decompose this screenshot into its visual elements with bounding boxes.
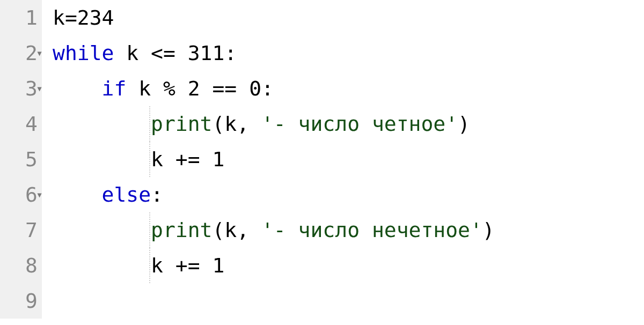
code-token: k bbox=[114, 41, 151, 65]
code-token: '- число нечетное' bbox=[261, 218, 482, 242]
indent-guide bbox=[149, 142, 150, 177]
code-token: <= bbox=[151, 41, 175, 65]
code-token: : bbox=[224, 41, 237, 65]
code-token: print bbox=[151, 112, 212, 136]
code-line[interactable]: 9 bbox=[0, 283, 644, 319]
code-line[interactable]: 2▾while k <= 311: bbox=[0, 35, 644, 71]
code-content[interactable]: while k <= 311: bbox=[42, 35, 644, 71]
code-content[interactable] bbox=[42, 283, 644, 319]
code-line[interactable]: 1k=234 bbox=[0, 0, 644, 35]
code-token: k bbox=[151, 254, 175, 277]
line-number: 7 bbox=[25, 212, 38, 248]
code-content[interactable]: else: bbox=[42, 177, 644, 212]
indentation bbox=[53, 77, 102, 100]
code-token bbox=[175, 77, 188, 100]
code-content[interactable]: k=234 bbox=[42, 0, 644, 35]
code-token: 1 bbox=[212, 254, 224, 277]
code-token bbox=[200, 77, 213, 100]
gutter[interactable]: 8 bbox=[0, 248, 42, 283]
code-token: k bbox=[53, 6, 65, 29]
code-token: == bbox=[212, 77, 237, 100]
code-token: += bbox=[175, 254, 200, 277]
code-token: , bbox=[237, 112, 249, 136]
code-line[interactable]: 8 k += 1 bbox=[0, 248, 644, 283]
code-token: k bbox=[151, 147, 175, 171]
code-token: 2 bbox=[188, 77, 200, 100]
code-token bbox=[175, 41, 188, 65]
code-token: % bbox=[163, 77, 175, 100]
line-number: 1 bbox=[25, 0, 38, 35]
code-token: 0 bbox=[249, 77, 261, 100]
code-token: 311 bbox=[188, 41, 225, 65]
code-token: if bbox=[102, 77, 127, 100]
gutter[interactable]: 7 bbox=[0, 212, 42, 248]
gutter[interactable]: 1 bbox=[0, 0, 42, 35]
code-line[interactable]: 6▾ else: bbox=[0, 177, 644, 212]
code-token: k bbox=[126, 77, 163, 100]
code-token: else bbox=[102, 183, 151, 206]
gutter[interactable]: 4 bbox=[0, 106, 42, 142]
indent-guide bbox=[149, 106, 150, 142]
code-token: ) bbox=[482, 218, 495, 242]
code-line[interactable]: 5 k += 1 bbox=[0, 142, 644, 177]
indentation bbox=[53, 112, 151, 136]
line-number: 8 bbox=[25, 248, 38, 283]
code-token bbox=[249, 218, 261, 242]
code-line[interactable]: 7 print(k, '- число нечетное') bbox=[0, 212, 644, 248]
indentation bbox=[53, 147, 151, 171]
indentation bbox=[53, 183, 102, 206]
code-token: : bbox=[261, 77, 274, 100]
code-token: '- число четное' bbox=[261, 112, 458, 136]
gutter[interactable]: 5 bbox=[0, 142, 42, 177]
code-token: , bbox=[237, 218, 249, 242]
indent-guide bbox=[149, 212, 150, 248]
code-token: while bbox=[53, 41, 114, 65]
code-token bbox=[249, 112, 261, 136]
code-token: k bbox=[224, 218, 237, 242]
gutter[interactable]: 6▾ bbox=[0, 177, 42, 212]
code-content[interactable]: print(k, '- число четное') bbox=[42, 106, 644, 142]
indent-guide bbox=[149, 248, 150, 283]
indentation bbox=[53, 218, 151, 242]
gutter[interactable]: 2▾ bbox=[0, 35, 42, 71]
indentation bbox=[53, 254, 151, 277]
code-token: ( bbox=[212, 218, 224, 242]
code-content[interactable]: k += 1 bbox=[42, 142, 644, 177]
code-token: 234 bbox=[77, 6, 114, 29]
line-number: 5 bbox=[25, 142, 38, 177]
code-token: 1 bbox=[212, 147, 224, 171]
code-token bbox=[237, 77, 249, 100]
code-token: ) bbox=[458, 112, 470, 136]
code-content[interactable]: if k % 2 == 0: bbox=[42, 71, 644, 106]
line-number: 4 bbox=[25, 106, 38, 142]
code-token: += bbox=[175, 147, 200, 171]
line-number: 9 bbox=[25, 283, 38, 319]
code-token: ( bbox=[212, 112, 224, 136]
gutter[interactable]: 3▾ bbox=[0, 71, 42, 106]
code-token: : bbox=[151, 183, 163, 206]
code-editor[interactable]: 1k=2342▾while k <= 311:3▾ if k % 2 == 0:… bbox=[0, 0, 644, 325]
code-line[interactable]: 4 print(k, '- число четное') bbox=[0, 106, 644, 142]
code-token: = bbox=[65, 6, 77, 29]
gutter[interactable]: 9 bbox=[0, 283, 42, 319]
code-token bbox=[200, 254, 213, 277]
code-content[interactable]: k += 1 bbox=[42, 248, 644, 283]
code-line[interactable]: 3▾ if k % 2 == 0: bbox=[0, 71, 644, 106]
code-token: print bbox=[151, 218, 212, 242]
code-token: k bbox=[224, 112, 237, 136]
code-token bbox=[200, 147, 213, 171]
code-content[interactable]: print(k, '- число нечетное') bbox=[42, 212, 644, 248]
